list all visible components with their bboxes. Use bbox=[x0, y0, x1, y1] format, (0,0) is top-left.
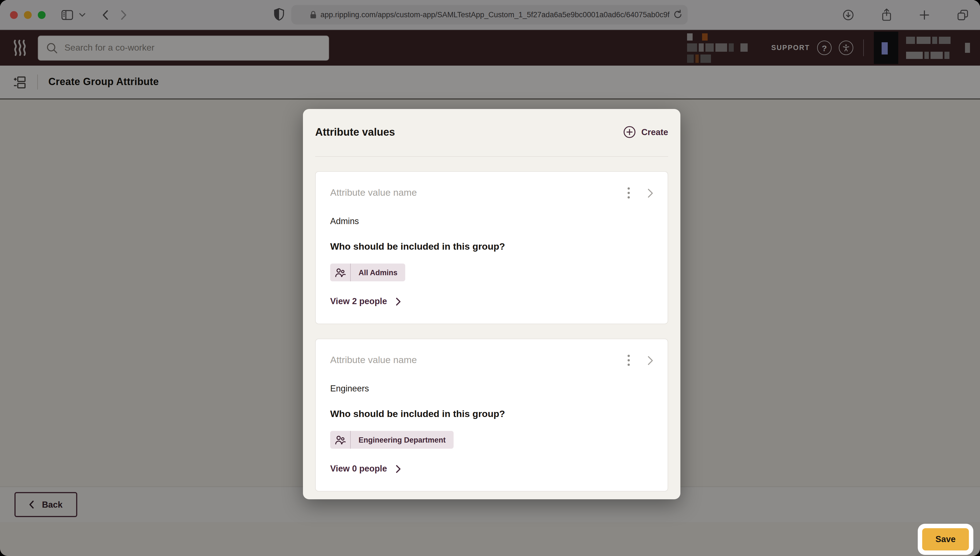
downloads-icon[interactable] bbox=[842, 9, 854, 21]
save-button[interactable]: Save bbox=[922, 528, 969, 550]
redacted-small-block bbox=[965, 43, 970, 53]
coworker-search-field[interactable] bbox=[38, 35, 329, 60]
new-tab-icon[interactable] bbox=[919, 9, 930, 20]
chevron-left-icon bbox=[29, 500, 34, 509]
attribute-value-card: Attribute value name Engineers Who shoul… bbox=[315, 339, 668, 491]
chevron-right-icon[interactable] bbox=[647, 188, 653, 198]
search-icon bbox=[46, 42, 58, 54]
back-button-label: Back bbox=[42, 499, 63, 509]
app-header: SUPPORT ? bbox=[0, 30, 980, 66]
group-chip[interactable]: Engineering Department bbox=[330, 431, 454, 449]
view-people-label: View 2 people bbox=[330, 296, 387, 306]
group-chip-label: All Admins bbox=[351, 263, 405, 281]
chevron-right-icon bbox=[396, 297, 401, 305]
attribute-value-name-label: Attribute value name bbox=[330, 355, 417, 366]
attribute-value-name: Engineers bbox=[330, 384, 653, 394]
support-label[interactable]: SUPPORT bbox=[771, 44, 810, 52]
group-chip[interactable]: All Admins bbox=[330, 263, 405, 281]
chevron-right-icon bbox=[396, 464, 401, 473]
view-people-label: View 0 people bbox=[330, 464, 387, 474]
search-input[interactable] bbox=[63, 42, 321, 53]
traffic-lights bbox=[10, 11, 45, 19]
group-chip-label: Engineering Department bbox=[351, 431, 454, 449]
lock-icon bbox=[309, 11, 316, 19]
address-bar[interactable]: app.rippling.com/apps/custom-app/SAMLTes… bbox=[291, 5, 688, 24]
back-nav-icon[interactable] bbox=[102, 10, 108, 20]
group-attribute-icon bbox=[13, 75, 27, 89]
url-text: app.rippling.com/apps/custom-app/SAMLTes… bbox=[320, 11, 670, 19]
save-button-highlight: Save bbox=[918, 524, 974, 555]
plus-circle-icon bbox=[623, 126, 636, 139]
chevron-right-icon[interactable] bbox=[647, 356, 653, 365]
share-icon[interactable] bbox=[881, 8, 892, 21]
attribute-value-name-label: Attribute value name bbox=[330, 187, 417, 199]
zoom-window-button[interactable] bbox=[38, 11, 45, 19]
redacted-user-block bbox=[906, 37, 951, 59]
privacy-shield-icon[interactable] bbox=[273, 8, 284, 21]
people-icon bbox=[330, 263, 351, 281]
browser-toolbar: app.rippling.com/apps/custom-app/SAMLTes… bbox=[0, 0, 980, 30]
modal-divider bbox=[315, 156, 668, 157]
kebab-menu-icon[interactable] bbox=[626, 186, 631, 200]
support-group: SUPPORT ? bbox=[771, 40, 853, 55]
back-button[interactable]: Back bbox=[15, 492, 77, 517]
group-question: Who should be included in this group? bbox=[330, 409, 653, 420]
create-button[interactable]: Create bbox=[623, 126, 668, 139]
help-icon[interactable]: ? bbox=[817, 40, 831, 55]
people-icon bbox=[330, 431, 351, 449]
minimize-window-button[interactable] bbox=[24, 11, 32, 19]
attribute-value-card: Attribute value name Admins Who should b… bbox=[315, 171, 668, 324]
group-question: Who should be included in this group? bbox=[330, 241, 653, 252]
chevron-down-icon[interactable] bbox=[79, 13, 86, 17]
view-people-link[interactable]: View 2 people bbox=[330, 296, 401, 306]
forward-nav-icon[interactable] bbox=[121, 10, 127, 20]
kebab-menu-icon[interactable] bbox=[626, 354, 631, 367]
avatar[interactable] bbox=[874, 32, 898, 64]
accessibility-icon[interactable] bbox=[839, 40, 853, 55]
create-button-label: Create bbox=[641, 127, 668, 137]
rippling-logo-icon[interactable] bbox=[12, 39, 28, 57]
browser-window: app.rippling.com/apps/custom-app/SAMLTes… bbox=[0, 0, 980, 556]
header-divider bbox=[863, 39, 864, 56]
view-people-link[interactable]: View 0 people bbox=[330, 464, 401, 474]
close-window-button[interactable] bbox=[10, 11, 18, 19]
reload-icon[interactable] bbox=[673, 10, 683, 19]
attribute-values-modal: Attribute values Create Attribute value … bbox=[303, 109, 680, 499]
attribute-value-name: Admins bbox=[330, 216, 653, 226]
page-title-bar: Create Group Attribute bbox=[0, 66, 980, 100]
sidebar-icon[interactable] bbox=[61, 9, 73, 20]
modal-title: Attribute values bbox=[315, 126, 395, 138]
tab-overview-icon[interactable] bbox=[957, 9, 969, 21]
page-title: Create Group Attribute bbox=[48, 76, 159, 88]
redacted-nav-block bbox=[687, 33, 748, 63]
